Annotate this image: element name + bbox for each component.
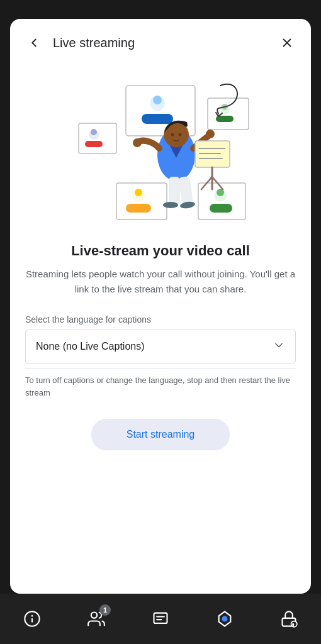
people-badge: 1 <box>99 604 111 616</box>
nav-item-chat[interactable] <box>145 603 176 635</box>
svg-point-42 <box>91 613 97 618</box>
svg-rect-5 <box>85 141 103 147</box>
start-streaming-button[interactable]: Start streaming <box>91 419 230 450</box>
svg-point-47 <box>223 617 227 621</box>
svg-rect-21 <box>210 204 232 213</box>
modal-header: Live streaming <box>10 19 311 60</box>
modal-content: Live-stream your video call Streaming le… <box>10 60 311 594</box>
svg-point-29 <box>179 133 182 136</box>
svg-rect-9 <box>142 114 173 124</box>
language-dropdown[interactable]: None (no Live Captions) <box>25 330 296 364</box>
chevron-down-icon <box>273 339 285 354</box>
live-streaming-illustration <box>66 67 255 230</box>
main-title: Live-stream your video call <box>25 243 296 259</box>
svg-point-28 <box>171 133 174 136</box>
svg-point-31 <box>206 130 215 138</box>
illustration-container <box>25 60 296 236</box>
svg-point-8 <box>153 96 162 104</box>
back-button[interactable] <box>23 31 45 54</box>
nav-item-people[interactable]: 1 <box>81 603 112 635</box>
page-title: Live streaming <box>53 36 276 50</box>
svg-rect-17 <box>126 204 151 213</box>
svg-point-30 <box>133 138 142 147</box>
close-button[interactable] <box>276 31 298 54</box>
svg-rect-14 <box>116 183 167 219</box>
nav-item-activities[interactable] <box>209 603 240 635</box>
nav-item-lock[interactable]: ↑ <box>273 603 305 635</box>
svg-rect-2 <box>79 123 116 153</box>
bottom-nav: 1 ↑ <box>0 594 321 644</box>
svg-rect-23 <box>169 177 180 205</box>
svg-rect-43 <box>154 613 167 623</box>
caption-label: Select the language for captions <box>25 314 296 325</box>
dropdown-selected-value: None (no Live Captions) <box>36 341 145 352</box>
svg-point-4 <box>91 129 97 135</box>
svg-text:↑: ↑ <box>292 623 294 626</box>
svg-rect-10 <box>208 98 249 130</box>
nav-item-info[interactable] <box>16 603 48 635</box>
modal: Live streaming <box>10 19 311 594</box>
main-description: Streaming lets people watch your call wi… <box>25 267 296 297</box>
svg-point-16 <box>135 189 142 196</box>
caption-hint: To turn off captions or change the langu… <box>25 369 296 399</box>
svg-rect-24 <box>178 176 193 206</box>
svg-point-25 <box>163 202 178 208</box>
